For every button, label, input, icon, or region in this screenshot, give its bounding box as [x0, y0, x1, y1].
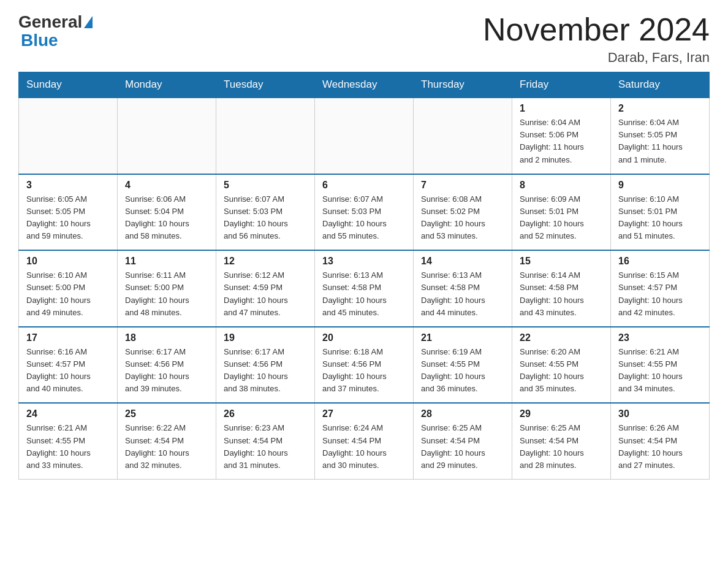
day-number: 11	[125, 256, 208, 267]
day-info: Sunrise: 6:16 AMSunset: 4:57 PMDaylight:…	[26, 346, 110, 396]
calendar-cell: 1Sunrise: 6:04 AMSunset: 5:06 PMDaylight…	[512, 98, 611, 174]
day-info: Sunrise: 6:06 AMSunset: 5:04 PMDaylight:…	[125, 193, 208, 243]
calendar-cell: 24Sunrise: 6:21 AMSunset: 4:55 PMDayligh…	[19, 403, 118, 479]
calendar-cell: 26Sunrise: 6:23 AMSunset: 4:54 PMDayligh…	[216, 403, 315, 479]
day-number: 8	[520, 180, 603, 191]
logo-blue-text: Blue	[18, 31, 58, 50]
weekday-header-thursday: Thursday	[414, 72, 512, 98]
day-number: 2	[618, 103, 702, 114]
day-info: Sunrise: 6:04 AMSunset: 5:06 PMDaylight:…	[520, 117, 603, 166]
weekday-header-row: SundayMondayTuesdayWednesdayThursdayFrid…	[19, 72, 710, 98]
calendar-cell: 23Sunrise: 6:21 AMSunset: 4:55 PMDayligh…	[611, 327, 710, 404]
day-info: Sunrise: 6:10 AMSunset: 5:00 PMDaylight:…	[26, 269, 110, 319]
calendar-cell	[315, 98, 414, 174]
day-number: 18	[125, 332, 208, 343]
calendar-cell: 27Sunrise: 6:24 AMSunset: 4:54 PMDayligh…	[315, 403, 414, 479]
calendar-week-row: 24Sunrise: 6:21 AMSunset: 4:55 PMDayligh…	[19, 403, 710, 479]
day-number: 14	[421, 256, 504, 267]
day-number: 4	[125, 180, 208, 191]
calendar-cell: 3Sunrise: 6:05 AMSunset: 5:05 PMDaylight…	[19, 174, 118, 251]
day-info: Sunrise: 6:20 AMSunset: 4:55 PMDaylight:…	[520, 346, 603, 396]
day-info: Sunrise: 6:14 AMSunset: 4:58 PMDaylight:…	[520, 269, 603, 319]
calendar-cell: 19Sunrise: 6:17 AMSunset: 4:56 PMDayligh…	[216, 327, 315, 404]
day-number: 22	[520, 332, 603, 343]
calendar-cell: 8Sunrise: 6:09 AMSunset: 5:01 PMDaylight…	[512, 174, 611, 251]
calendar-cell: 18Sunrise: 6:17 AMSunset: 4:56 PMDayligh…	[118, 327, 216, 404]
calendar-cell: 9Sunrise: 6:10 AMSunset: 5:01 PMDaylight…	[611, 174, 710, 251]
weekday-header-sunday: Sunday	[19, 72, 118, 98]
day-info: Sunrise: 6:13 AMSunset: 4:58 PMDaylight:…	[322, 269, 406, 319]
calendar-cell	[414, 98, 512, 174]
calendar-cell: 4Sunrise: 6:06 AMSunset: 5:04 PMDaylight…	[118, 174, 216, 251]
day-number: 29	[520, 408, 603, 419]
day-number: 10	[26, 256, 110, 267]
calendar-cell: 10Sunrise: 6:10 AMSunset: 5:00 PMDayligh…	[19, 250, 118, 327]
weekday-header-wednesday: Wednesday	[315, 72, 414, 98]
day-number: 25	[125, 408, 208, 419]
day-number: 23	[618, 332, 702, 343]
day-number: 16	[618, 256, 702, 267]
day-info: Sunrise: 6:04 AMSunset: 5:05 PMDaylight:…	[618, 117, 702, 166]
calendar-cell: 15Sunrise: 6:14 AMSunset: 4:58 PMDayligh…	[512, 250, 611, 327]
calendar-cell: 6Sunrise: 6:07 AMSunset: 5:03 PMDaylight…	[315, 174, 414, 251]
calendar-cell: 21Sunrise: 6:19 AMSunset: 4:55 PMDayligh…	[414, 327, 512, 404]
day-number: 26	[224, 408, 307, 419]
calendar-cell: 17Sunrise: 6:16 AMSunset: 4:57 PMDayligh…	[19, 327, 118, 404]
location-text: Darab, Fars, Iran	[483, 50, 710, 66]
calendar-table: SundayMondayTuesdayWednesdayThursdayFrid…	[18, 72, 710, 480]
day-number: 5	[224, 180, 307, 191]
day-number: 21	[421, 332, 504, 343]
calendar-week-row: 10Sunrise: 6:10 AMSunset: 5:00 PMDayligh…	[19, 250, 710, 327]
weekday-header-tuesday: Tuesday	[216, 72, 315, 98]
day-info: Sunrise: 6:24 AMSunset: 4:54 PMDaylight:…	[322, 422, 406, 472]
calendar-cell: 11Sunrise: 6:11 AMSunset: 5:00 PMDayligh…	[118, 250, 216, 327]
day-number: 15	[520, 256, 603, 267]
day-info: Sunrise: 6:07 AMSunset: 5:03 PMDaylight:…	[322, 193, 406, 243]
calendar-cell: 16Sunrise: 6:15 AMSunset: 4:57 PMDayligh…	[611, 250, 710, 327]
day-number: 17	[26, 332, 110, 343]
day-info: Sunrise: 6:11 AMSunset: 5:00 PMDaylight:…	[125, 269, 208, 319]
logo-general-text: General	[18, 12, 82, 32]
day-info: Sunrise: 6:09 AMSunset: 5:01 PMDaylight:…	[520, 193, 603, 243]
calendar-cell: 22Sunrise: 6:20 AMSunset: 4:55 PMDayligh…	[512, 327, 611, 404]
day-info: Sunrise: 6:13 AMSunset: 4:58 PMDaylight:…	[421, 269, 504, 319]
calendar-cell	[118, 98, 216, 174]
day-info: Sunrise: 6:21 AMSunset: 4:55 PMDaylight:…	[26, 422, 110, 472]
day-info: Sunrise: 6:12 AMSunset: 4:59 PMDaylight:…	[224, 269, 307, 319]
day-info: Sunrise: 6:15 AMSunset: 4:57 PMDaylight:…	[618, 269, 702, 319]
day-info: Sunrise: 6:17 AMSunset: 4:56 PMDaylight:…	[125, 346, 208, 396]
day-number: 7	[421, 180, 504, 191]
day-number: 19	[224, 332, 307, 343]
day-info: Sunrise: 6:05 AMSunset: 5:05 PMDaylight:…	[26, 193, 110, 243]
calendar-cell: 7Sunrise: 6:08 AMSunset: 5:02 PMDaylight…	[414, 174, 512, 251]
day-number: 9	[618, 180, 702, 191]
day-number: 1	[520, 103, 603, 114]
calendar-cell	[216, 98, 315, 174]
month-title: November 2024	[483, 12, 710, 47]
logo-triangle-icon	[84, 16, 93, 28]
day-number: 27	[322, 408, 406, 419]
calendar-cell: 5Sunrise: 6:07 AMSunset: 5:03 PMDaylight…	[216, 174, 315, 251]
day-info: Sunrise: 6:22 AMSunset: 4:54 PMDaylight:…	[125, 422, 208, 472]
calendar-cell: 13Sunrise: 6:13 AMSunset: 4:58 PMDayligh…	[315, 250, 414, 327]
day-number: 12	[224, 256, 307, 267]
day-info: Sunrise: 6:21 AMSunset: 4:55 PMDaylight:…	[618, 346, 702, 396]
day-number: 30	[618, 408, 702, 419]
calendar-week-row: 17Sunrise: 6:16 AMSunset: 4:57 PMDayligh…	[19, 327, 710, 404]
day-info: Sunrise: 6:25 AMSunset: 4:54 PMDaylight:…	[421, 422, 504, 472]
weekday-header-monday: Monday	[118, 72, 216, 98]
calendar-cell: 29Sunrise: 6:25 AMSunset: 4:54 PMDayligh…	[512, 403, 611, 479]
day-number: 6	[322, 180, 406, 191]
calendar-cell: 2Sunrise: 6:04 AMSunset: 5:05 PMDaylight…	[611, 98, 710, 174]
day-info: Sunrise: 6:26 AMSunset: 4:54 PMDaylight:…	[618, 422, 702, 472]
day-info: Sunrise: 6:10 AMSunset: 5:01 PMDaylight:…	[618, 193, 702, 243]
day-info: Sunrise: 6:08 AMSunset: 5:02 PMDaylight:…	[421, 193, 504, 243]
calendar-cell: 30Sunrise: 6:26 AMSunset: 4:54 PMDayligh…	[611, 403, 710, 479]
day-number: 24	[26, 408, 110, 419]
calendar-cell: 12Sunrise: 6:12 AMSunset: 4:59 PMDayligh…	[216, 250, 315, 327]
day-number: 20	[322, 332, 406, 343]
calendar-cell: 25Sunrise: 6:22 AMSunset: 4:54 PMDayligh…	[118, 403, 216, 479]
calendar-cell: 28Sunrise: 6:25 AMSunset: 4:54 PMDayligh…	[414, 403, 512, 479]
day-info: Sunrise: 6:19 AMSunset: 4:55 PMDaylight:…	[421, 346, 504, 396]
day-info: Sunrise: 6:07 AMSunset: 5:03 PMDaylight:…	[224, 193, 307, 243]
